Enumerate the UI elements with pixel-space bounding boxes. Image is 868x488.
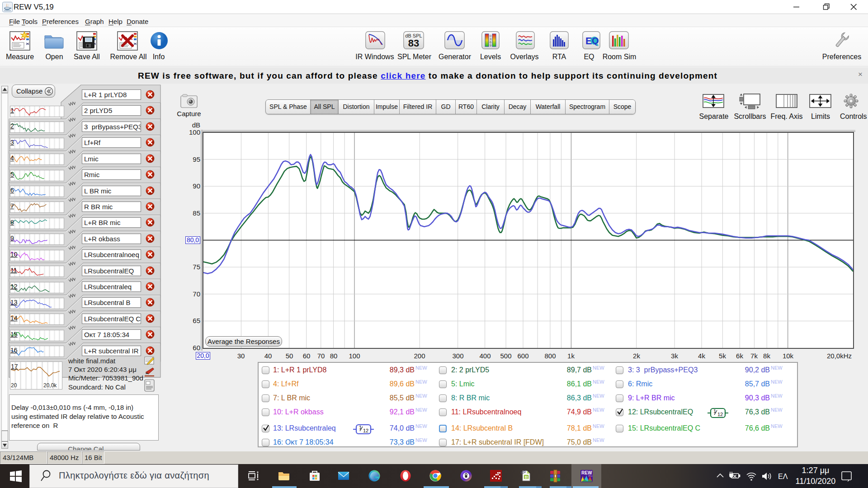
svg-text:V5.1: V5.1 (588, 475, 593, 477)
svg-text:0: 0 (490, 34, 491, 38)
svg-text:ΕΛ: ΕΛ (778, 473, 788, 480)
svg-text:1: 1 (359, 425, 362, 430)
svg-text:3: 3 (490, 38, 491, 41)
svg-text:Q: Q (592, 36, 599, 46)
svg-text:83: 83 (408, 38, 419, 49)
svg-text:9: 9 (490, 44, 491, 47)
svg-text:1: 1 (713, 408, 716, 414)
svg-text:6: 6 (490, 41, 491, 44)
svg-text:12: 12 (717, 412, 723, 417)
svg-text:12: 12 (363, 428, 368, 433)
